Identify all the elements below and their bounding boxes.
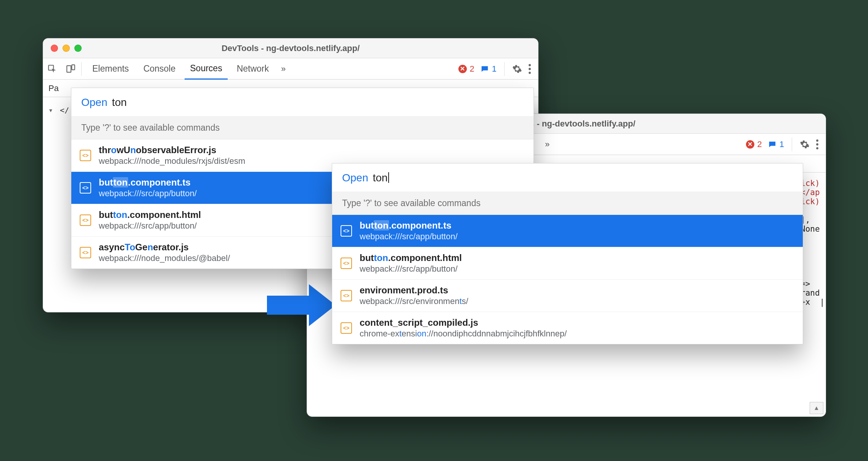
svg-point-11	[816, 147, 818, 149]
result-title: throwUnobservableError.js	[99, 145, 245, 155]
message-badge[interactable]: 1	[768, 139, 784, 149]
device-toggle-icon[interactable]	[61, 58, 80, 79]
svg-rect-1	[67, 66, 71, 72]
minimize-icon[interactable]	[63, 45, 70, 52]
result-text: content_script_compiled.jschrome-extensi…	[360, 317, 567, 339]
result-title: environment.prod.ts	[360, 285, 468, 296]
devtools-tabs: Elements Console Sources Network »	[87, 58, 286, 79]
result-path: webpack:///src/environments/	[360, 296, 468, 306]
titlebar: DevTools - ng-devtools.netlify.app/	[43, 38, 538, 58]
tree-item[interactable]: </	[48, 106, 69, 115]
message-icon	[481, 65, 489, 73]
result-item[interactable]: <>button.component.htmlwebpack:///src/ap…	[332, 247, 803, 280]
result-text: environment.prod.tswebpack:///src/enviro…	[360, 285, 468, 306]
result-path: webpack:///src/app/button/	[360, 232, 458, 242]
error-badge[interactable]: ✕ 2	[746, 139, 762, 149]
result-title: content_script_compiled.js	[360, 317, 567, 328]
command-menu-after: Open ton Type '?' to see available comma…	[332, 163, 803, 344]
source-text-sliver: ick)</apick) ],None =>rand+x |	[800, 179, 824, 307]
result-item[interactable]: <>content_script_compiled.jschrome-exten…	[332, 312, 803, 344]
error-count: 2	[757, 139, 762, 149]
file-icon: <>	[341, 225, 352, 237]
tab-network[interactable]: Network	[231, 58, 274, 79]
command-hint: Type '?' to see available commands	[71, 117, 534, 139]
error-badge[interactable]: ✕ 2	[458, 64, 474, 74]
file-icon: <>	[80, 214, 91, 226]
gear-icon[interactable]	[800, 139, 810, 149]
file-icon: <>	[341, 290, 352, 301]
command-input-row[interactable]: Open ton	[71, 88, 534, 117]
error-icon: ✕	[458, 65, 467, 73]
file-icon: <>	[80, 247, 91, 258]
more-tabs-icon[interactable]: »	[545, 139, 550, 149]
svg-point-3	[529, 64, 531, 66]
maximize-icon[interactable]	[74, 45, 82, 52]
error-icon: ✕	[746, 140, 754, 149]
result-path: webpack:///src/app/button/	[360, 264, 462, 274]
message-icon	[768, 140, 776, 149]
result-title: asyncToGenerator.js	[99, 242, 230, 253]
subbar-fragment: Pa	[48, 83, 59, 93]
result-text: button.component.tswebpack:///src/app/bu…	[99, 177, 197, 198]
svg-point-10	[816, 143, 818, 146]
result-text: button.component.htmlwebpack:///src/app/…	[360, 253, 462, 274]
result-title: button.component.html	[99, 210, 201, 220]
result-text: button.component.tswebpack:///src/app/bu…	[360, 220, 458, 242]
result-title: button.component.html	[360, 253, 462, 263]
message-badge[interactable]: 1	[481, 64, 497, 74]
traffic-lights	[43, 45, 82, 52]
open-prefix: Open	[81, 96, 108, 109]
result-title: button.component.ts	[99, 177, 197, 188]
svg-rect-2	[72, 65, 75, 70]
result-path: chrome-extension://noondiphcddnnabmjcihc…	[360, 329, 567, 339]
command-query: ton	[373, 172, 389, 184]
file-icon: <>	[341, 258, 352, 269]
result-item[interactable]: <>environment.prod.tswebpack:///src/envi…	[332, 280, 803, 312]
svg-point-4	[529, 68, 531, 70]
file-icon: <>	[341, 322, 352, 334]
result-text: throwUnobservableError.jswebpack:///node…	[99, 145, 245, 166]
result-path: webpack:///src/app/button/	[99, 221, 201, 231]
result-item[interactable]: <>button.component.tswebpack:///src/app/…	[332, 215, 803, 247]
tab-sources[interactable]: Sources	[185, 59, 227, 80]
message-count: 1	[780, 139, 784, 149]
comparison-arrow-icon	[267, 284, 336, 326]
tab-elements[interactable]: Elements	[87, 58, 134, 79]
inspect-icon[interactable]	[43, 58, 61, 79]
error-count: 2	[470, 64, 474, 74]
gear-icon[interactable]	[512, 64, 522, 74]
file-icon: <>	[80, 150, 91, 161]
window-title: DevTools - ng-devtools.netlify.app/	[43, 43, 538, 53]
result-path: webpack:///node_modules/@babel/	[99, 253, 230, 263]
more-tabs-icon[interactable]: »	[281, 64, 286, 74]
result-path: webpack:///src/app/button/	[99, 189, 197, 198]
devtools-toolbar: Elements Console Sources Network » ✕ 2 1	[43, 58, 538, 80]
result-text: button.component.htmlwebpack:///src/app/…	[99, 210, 201, 231]
svg-point-5	[529, 72, 531, 74]
result-title: button.component.ts	[360, 220, 458, 231]
scroll-toggle-icon[interactable]: ▲	[810, 402, 823, 414]
open-prefix: Open	[342, 172, 368, 184]
close-icon[interactable]	[51, 45, 58, 52]
command-query: ton	[112, 96, 127, 109]
command-results: <>button.component.tswebpack:///src/app/…	[332, 215, 803, 344]
result-path: webpack:///node_modules/rxjs/dist/esm	[99, 156, 245, 166]
svg-point-9	[816, 139, 818, 142]
command-input-row[interactable]: Open ton	[332, 163, 803, 192]
command-hint: Type '?' to see available commands	[332, 192, 803, 215]
result-text: asyncToGenerator.jswebpack:///node_modul…	[99, 242, 230, 263]
file-icon: <>	[80, 182, 91, 194]
kebab-icon[interactable]	[816, 139, 819, 149]
tab-console[interactable]: Console	[138, 58, 181, 79]
kebab-icon[interactable]	[528, 64, 531, 74]
message-count: 1	[492, 64, 497, 74]
